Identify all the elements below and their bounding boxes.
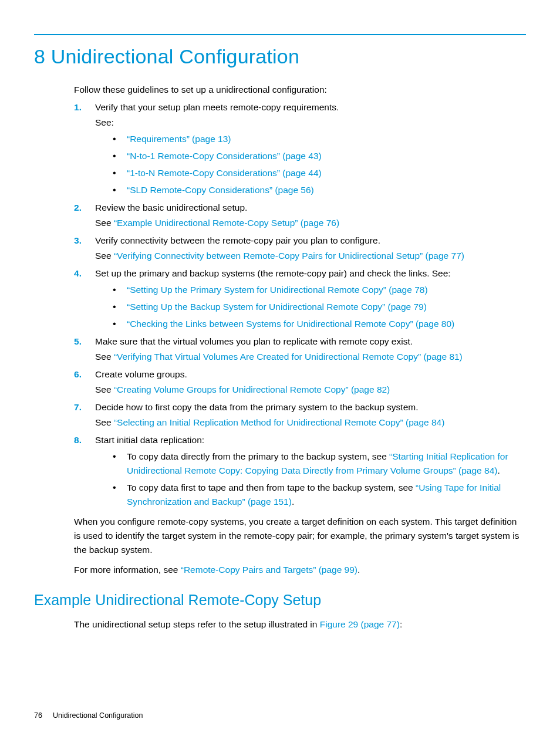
step-3: Verify connectivity between the remote-c…	[74, 234, 526, 263]
see-line: See “Example Unidirectional Remote-Copy …	[95, 216, 526, 230]
list-item: “Setting Up the Primary System for Unidi…	[113, 283, 526, 297]
step-6: Create volume groups. See “Creating Volu…	[74, 367, 526, 397]
xref-link[interactable]: “Selecting an Initial Replication Method…	[114, 417, 444, 427]
step-4: Set up the primary and backup systems (t…	[74, 266, 526, 331]
xref-link[interactable]: “Requirements” (page 13)	[127, 134, 231, 144]
step-1-bullets: “Requirements” (page 13) “N-to-1 Remote-…	[113, 132, 526, 197]
step-text: Verify connectivity between the remote-c…	[95, 234, 526, 248]
xref-link[interactable]: “Setting Up the Backup System for Unidir…	[127, 302, 427, 312]
step-8-bullets: To copy data directly from the primary t…	[113, 450, 526, 509]
step-text: Set up the primary and backup systems (t…	[95, 266, 526, 281]
xref-link[interactable]: “Verifying That Virtual Volumes Are Crea…	[114, 352, 463, 362]
see-line: See “Selecting an Initial Replication Me…	[95, 416, 526, 430]
page-number: 76	[34, 711, 42, 720]
list-item: “SLD Remote-Copy Considerations” (page 5…	[113, 183, 526, 197]
intro-text: Follow these guidelines to set up a unid…	[74, 83, 526, 97]
step-text: Make sure that the virtual volumes you p…	[95, 335, 526, 349]
xref-link[interactable]: “1-to-N Remote-Copy Considerations” (pag…	[127, 168, 322, 178]
top-rule	[34, 34, 526, 35]
step-2: Review the basic unidirectional setup. S…	[74, 201, 526, 230]
step-text: Create volume groups.	[95, 367, 526, 382]
step-8: Start initial data replication: To copy …	[74, 433, 526, 509]
step-text: Start initial data replication:	[95, 433, 526, 447]
xref-link[interactable]: “N-to-1 Remote-Copy Considerations” (pag…	[127, 151, 322, 161]
step-1: Verify that your setup plan meets remote…	[74, 100, 526, 197]
step-7: Decide how to first copy the data from t…	[74, 400, 526, 430]
bullet-suffix: .	[292, 497, 294, 507]
body-paragraph: When you configure remote-copy systems, …	[74, 515, 520, 557]
xref-link[interactable]: “Remote-Copy Pairs and Targets” (page 99…	[181, 565, 357, 575]
xref-link[interactable]: “Checking the Links between Systems for …	[127, 319, 454, 329]
list-item: To copy data directly from the primary t…	[113, 450, 526, 478]
xref-link[interactable]: “Example Unidirectional Remote-Copy Setu…	[114, 218, 339, 228]
section-intro: The unidirectional setup steps refer to …	[74, 617, 526, 632]
xref-link[interactable]: “Creating Volume Groups for Unidirection…	[114, 384, 390, 394]
list-item: “Checking the Links between Systems for …	[113, 317, 526, 331]
list-item: “Setting Up the Backup System for Unidir…	[113, 300, 526, 314]
xref-link[interactable]: “Setting Up the Primary System for Unidi…	[127, 285, 428, 295]
section-heading: Example Unidirectional Remote-Copy Setup	[34, 589, 526, 612]
step-4-bullets: “Setting Up the Primary System for Unidi…	[113, 283, 526, 331]
see-line: See “Creating Volume Groups for Unidirec…	[95, 383, 526, 397]
see-line: See “Verifying Connectivity between Remo…	[95, 249, 526, 263]
xref-link[interactable]: “Verifying Connectivity between Remote-C…	[114, 251, 464, 261]
steps-list: Verify that your setup plan meets remote…	[74, 100, 526, 509]
list-item: “Requirements” (page 13)	[113, 132, 526, 146]
page-footer: 76Unidirectional Configuration	[34, 710, 143, 721]
list-item: “1-to-N Remote-Copy Considerations” (pag…	[113, 166, 526, 180]
step-text: Verify that your setup plan meets remote…	[95, 100, 526, 114]
bullet-prefix: To copy data first to tape and then from…	[127, 482, 416, 492]
bullet-prefix: To copy data directly from the primary t…	[127, 451, 389, 461]
step-text: Decide how to first copy the data from t…	[95, 400, 526, 414]
step-text: Review the basic unidirectional setup.	[95, 201, 526, 215]
list-item: To copy data first to tape and then from…	[113, 481, 526, 509]
footer-title: Unidirectional Configuration	[53, 711, 143, 720]
list-item: “N-to-1 Remote-Copy Considerations” (pag…	[113, 149, 526, 163]
see-line: See “Verifying That Virtual Volumes Are …	[95, 350, 526, 364]
body-paragraph: For more information, see “Remote-Copy P…	[74, 563, 520, 577]
step-5: Make sure that the virtual volumes you p…	[74, 335, 526, 364]
see-label: See:	[95, 116, 526, 130]
xref-link[interactable]: “SLD Remote-Copy Considerations” (page 5…	[127, 185, 314, 195]
xref-link[interactable]: Figure 29 (page 77)	[320, 619, 400, 629]
bullet-suffix: .	[497, 465, 500, 475]
page-title: 8 Unidirectional Configuration	[34, 41, 526, 72]
